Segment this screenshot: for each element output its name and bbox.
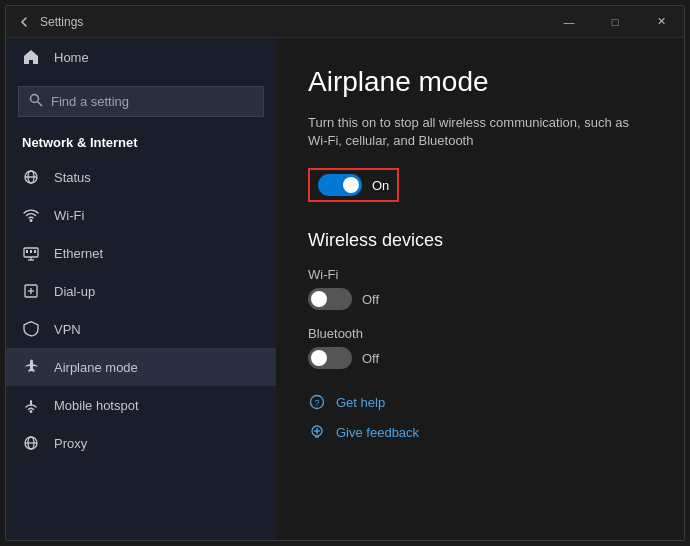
feedback-icon	[308, 423, 326, 441]
svg-rect-7	[26, 250, 28, 253]
wifi-device-toggle-row: Off	[308, 288, 652, 310]
status-label: Status	[54, 170, 91, 185]
svg-rect-9	[34, 250, 36, 253]
minimize-button[interactable]: —	[546, 6, 592, 38]
hotspot-icon	[22, 396, 40, 414]
sidebar-item-vpn[interactable]: VPN	[6, 310, 276, 348]
wifi-device-state: Off	[362, 292, 379, 307]
titlebar-left: Settings	[18, 15, 83, 29]
titlebar: Settings — □ ✕	[6, 6, 684, 38]
home-label: Home	[54, 50, 89, 65]
svg-point-0	[31, 95, 39, 103]
airplane-toggle[interactable]	[318, 174, 362, 196]
help-section: ? Get help Give feedback	[308, 393, 652, 441]
sidebar-category: Network & Internet	[6, 127, 276, 158]
wifi-toggle-knob	[311, 291, 327, 307]
airplane-toggle-label: On	[372, 178, 389, 193]
sidebar-item-wifi[interactable]: Wi-Fi	[6, 196, 276, 234]
dialup-label: Dial-up	[54, 284, 95, 299]
vpn-icon	[22, 320, 40, 338]
close-button[interactable]: ✕	[638, 6, 684, 38]
get-help-link[interactable]: ? Get help	[308, 393, 652, 411]
svg-text:?: ?	[315, 398, 320, 408]
give-feedback-link[interactable]: Give feedback	[308, 423, 652, 441]
sidebar-item-ethernet[interactable]: Ethernet	[6, 234, 276, 272]
wifi-device-label: Wi-Fi	[308, 267, 652, 282]
dialup-icon	[22, 282, 40, 300]
airplane-toggle-highlight: On	[308, 168, 399, 202]
get-help-label: Get help	[336, 395, 385, 410]
sidebar: Home Network & Internet	[6, 38, 276, 540]
svg-line-1	[38, 102, 43, 107]
search-icon	[29, 93, 43, 110]
main-area: Home Network & Internet	[6, 38, 684, 540]
wifi-icon	[22, 206, 40, 224]
sidebar-item-dialup[interactable]: Dial-up	[6, 272, 276, 310]
bluetooth-toggle-knob	[311, 350, 327, 366]
give-feedback-label: Give feedback	[336, 425, 419, 440]
wireless-devices-title: Wireless devices	[308, 230, 652, 251]
content-area: Airplane mode Turn this on to stop all w…	[276, 38, 684, 540]
airplane-label: Airplane mode	[54, 360, 138, 375]
svg-rect-8	[30, 250, 32, 253]
hotspot-label: Mobile hotspot	[54, 398, 139, 413]
bluetooth-device-toggle-row: Off	[308, 347, 652, 369]
ethernet-label: Ethernet	[54, 246, 103, 261]
search-box[interactable]	[18, 86, 264, 117]
bluetooth-device-label: Bluetooth	[308, 326, 652, 341]
ethernet-icon	[22, 244, 40, 262]
help-icon: ?	[308, 393, 326, 411]
sidebar-item-proxy[interactable]: Proxy	[6, 424, 276, 462]
window-title: Settings	[40, 15, 83, 29]
maximize-button[interactable]: □	[592, 6, 638, 38]
settings-window: Settings — □ ✕ Home	[5, 5, 685, 541]
svg-point-15	[30, 411, 32, 413]
status-icon	[22, 168, 40, 186]
wifi-device-toggle[interactable]	[308, 288, 352, 310]
bluetooth-device-toggle[interactable]	[308, 347, 352, 369]
page-title: Airplane mode	[308, 66, 652, 98]
home-icon	[22, 48, 40, 66]
wifi-label: Wi-Fi	[54, 208, 84, 223]
airplane-toggle-knob	[343, 177, 359, 193]
airplane-toggle-row: On	[308, 168, 652, 202]
proxy-icon	[22, 434, 40, 452]
back-button[interactable]	[18, 16, 30, 28]
sidebar-item-airplane[interactable]: Airplane mode	[6, 348, 276, 386]
page-description: Turn this on to stop all wireless commun…	[308, 114, 652, 150]
search-input[interactable]	[51, 94, 253, 109]
svg-point-5	[30, 220, 32, 222]
vpn-label: VPN	[54, 322, 81, 337]
sidebar-item-home[interactable]: Home	[6, 38, 276, 76]
bluetooth-device-state: Off	[362, 351, 379, 366]
proxy-label: Proxy	[54, 436, 87, 451]
sidebar-item-hotspot[interactable]: Mobile hotspot	[6, 386, 276, 424]
window-controls: — □ ✕	[546, 6, 684, 38]
airplane-icon	[22, 358, 40, 376]
sidebar-item-status[interactable]: Status	[6, 158, 276, 196]
